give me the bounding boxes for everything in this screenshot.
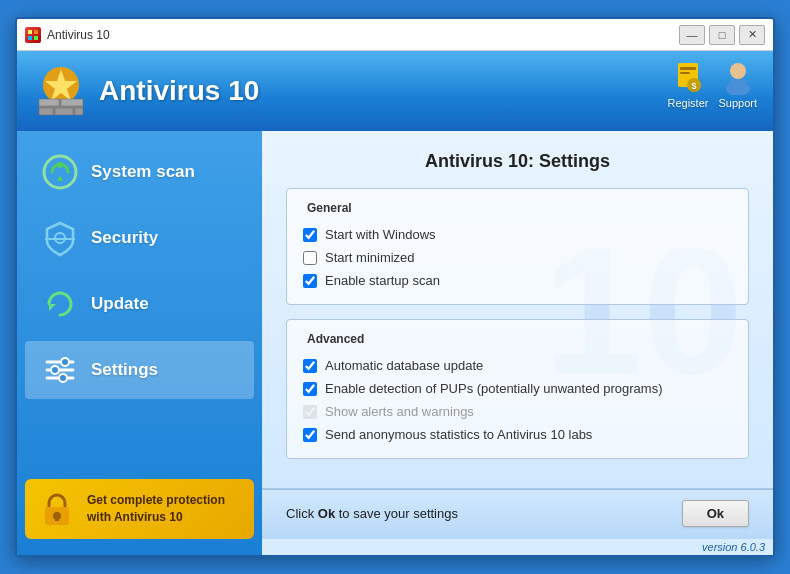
svg-rect-19 (730, 79, 746, 89)
page-title: Antivirus 10: Settings (286, 151, 749, 172)
maximize-button[interactable]: □ (709, 25, 735, 45)
checkbox-show-alerts[interactable]: Show alerts and warnings (303, 400, 732, 423)
register-icon: $ (670, 59, 706, 95)
security-icon (41, 219, 79, 257)
ok-button[interactable]: Ok (682, 500, 749, 527)
checkbox-detect-pups[interactable]: Enable detection of PUPs (potentially un… (303, 377, 732, 400)
register-button[interactable]: $ Register (668, 59, 709, 109)
checkbox-start-minimized-input[interactable] (303, 251, 317, 265)
footer-save-text: Click Ok to save your settings (286, 506, 458, 521)
app-header: Antivirus 10 $ Register Suppor (17, 51, 773, 131)
title-bar: Antivirus 10 — □ ✕ (17, 19, 773, 51)
svg-rect-0 (28, 30, 32, 34)
checkbox-anon-stats-label: Send anonymous statistics to Antivirus 1… (325, 427, 592, 442)
sidebar-system-scan-label: System scan (91, 162, 195, 182)
checkbox-start-windows-input[interactable] (303, 228, 317, 242)
sidebar: System scan Security (17, 131, 262, 555)
svg-rect-33 (55, 516, 59, 521)
general-legend: General (303, 201, 732, 215)
checkbox-start-windows[interactable]: Start with Windows (303, 223, 732, 246)
window-controls: — □ ✕ (679, 25, 765, 45)
app-window: Antivirus 10 — □ ✕ Antivirus 10 (15, 17, 775, 557)
svg-point-17 (730, 63, 746, 79)
sidebar-security-label: Security (91, 228, 158, 248)
general-section: General Start with Windows Start minimiz… (286, 188, 749, 305)
checkbox-detect-pups-label: Enable detection of PUPs (potentially un… (325, 381, 662, 396)
register-label: Register (668, 97, 709, 109)
svg-rect-2 (28, 36, 32, 40)
promo-banner[interactable]: Get complete protection with Antivirus 1… (25, 479, 254, 539)
svg-rect-11 (75, 108, 83, 115)
checkbox-startup-scan[interactable]: Enable startup scan (303, 269, 732, 292)
svg-rect-13 (680, 67, 696, 70)
svg-rect-8 (61, 99, 83, 106)
content-footer: Click Ok to save your settings Ok (262, 489, 773, 539)
svg-rect-3 (34, 36, 38, 40)
support-button[interactable]: Support (718, 59, 757, 109)
checkbox-startup-scan-label: Enable startup scan (325, 273, 440, 288)
close-button[interactable]: ✕ (739, 25, 765, 45)
sidebar-item-update[interactable]: Update (25, 275, 254, 333)
main-content: System scan Security (17, 131, 773, 555)
support-icon (720, 59, 756, 95)
checkbox-detect-pups-input[interactable] (303, 382, 317, 396)
advanced-section: Advanced Automatic database update Enabl… (286, 319, 749, 459)
advanced-legend: Advanced (303, 332, 732, 346)
settings-icon (41, 351, 79, 389)
svg-rect-7 (39, 99, 59, 106)
shield-icon (33, 63, 89, 119)
checkbox-show-alerts-label: Show alerts and warnings (325, 404, 474, 419)
svg-rect-10 (55, 108, 73, 115)
content-footer-area: Click Ok to save your settings Ok versio… (262, 488, 773, 555)
svg-text:$: $ (691, 81, 696, 91)
checkbox-start-minimized-label: Start minimized (325, 250, 415, 265)
minimize-button[interactable]: — (679, 25, 705, 45)
checkbox-startup-scan-input[interactable] (303, 274, 317, 288)
checkbox-anon-stats-input[interactable] (303, 428, 317, 442)
window-title: Antivirus 10 (47, 28, 679, 42)
svg-point-28 (61, 358, 69, 366)
checkbox-auto-db-update[interactable]: Automatic database update (303, 354, 732, 377)
header-actions: $ Register Support (668, 59, 758, 109)
system-scan-icon (41, 153, 79, 191)
promo-text: Get complete protection with Antivirus 1… (87, 492, 242, 526)
svg-rect-1 (34, 30, 38, 34)
sidebar-settings-label: Settings (91, 360, 158, 380)
sidebar-item-security[interactable]: Security (25, 209, 254, 267)
svg-rect-9 (39, 108, 53, 115)
checkbox-start-minimized[interactable]: Start minimized (303, 246, 732, 269)
app-icon (25, 27, 41, 43)
version-text: version 6.0.3 (262, 539, 773, 555)
logo-area: Antivirus 10 (33, 63, 259, 119)
support-label: Support (718, 97, 757, 109)
svg-rect-14 (680, 72, 690, 74)
app-name: Antivirus 10 (99, 75, 259, 107)
promo-lock-icon (37, 489, 77, 529)
checkbox-start-windows-label: Start with Windows (325, 227, 436, 242)
svg-point-20 (44, 156, 76, 188)
sidebar-update-label: Update (91, 294, 149, 314)
checkbox-auto-db-update-label: Automatic database update (325, 358, 483, 373)
checkbox-anon-stats[interactable]: Send anonymous statistics to Antivirus 1… (303, 423, 732, 446)
checkbox-show-alerts-input[interactable] (303, 405, 317, 419)
svg-point-21 (57, 162, 63, 168)
content-area: Antivirus 10: Settings General Start wit… (262, 131, 773, 488)
checkbox-auto-db-update-input[interactable] (303, 359, 317, 373)
sidebar-item-settings[interactable]: Settings (25, 341, 254, 399)
svg-point-29 (51, 366, 59, 374)
sidebar-item-system-scan[interactable]: System scan (25, 143, 254, 201)
svg-point-30 (59, 374, 67, 382)
svg-marker-24 (49, 304, 56, 311)
update-icon (41, 285, 79, 323)
